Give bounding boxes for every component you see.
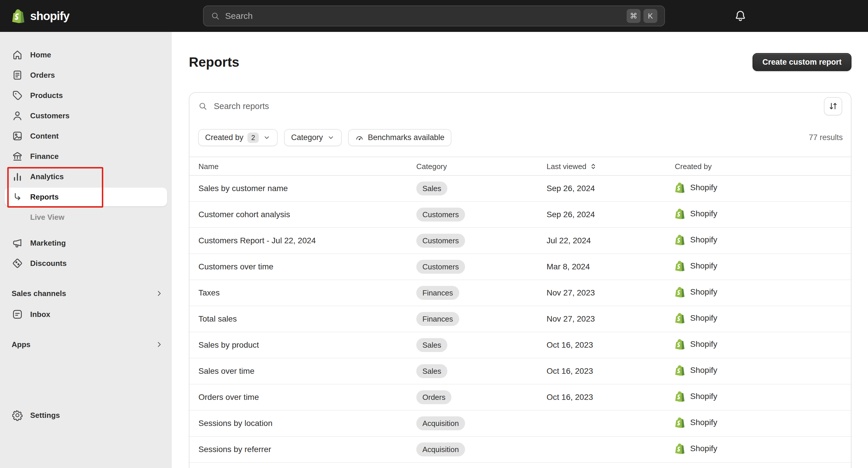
report-name-link[interactable]: Sessions by referrer	[198, 445, 271, 454]
sidebar-item-label: Products	[30, 91, 63, 100]
shopify-bag-icon	[675, 312, 686, 324]
shopify-bag-icon	[675, 208, 686, 219]
created-by-name: Shopify	[690, 444, 717, 453]
created-by-name: Shopify	[690, 366, 717, 375]
shopify-bag-icon	[675, 287, 686, 298]
report-name-link[interactable]: Customers Report - Jul 22, 2024	[198, 236, 316, 245]
sidebar-item-discounts[interactable]: Discounts	[5, 254, 167, 273]
table-row[interactable]: Sales by customer nameSalesSep 26, 2024S…	[189, 175, 851, 202]
sidebar-section-sales-channels[interactable]: Sales channels	[5, 288, 167, 299]
created-by: Shopify	[675, 234, 717, 245]
report-name-link[interactable]: Taxes	[198, 288, 220, 297]
table-row[interactable]: Customers over timeCustomersMar 8, 2024S…	[189, 254, 851, 280]
category-badge: Customers	[416, 260, 465, 274]
report-name-link[interactable]: Sessions by location	[198, 419, 272, 428]
sidebar-section-apps[interactable]: Apps	[5, 339, 167, 350]
chevron-down-icon	[327, 134, 335, 141]
sidebar-item-content[interactable]: Content	[5, 127, 167, 145]
last-viewed-date: Mar 8, 2024	[547, 262, 590, 271]
sidebar-item-label: Content	[30, 132, 59, 141]
column-header-created-by[interactable]: Created by	[666, 157, 851, 175]
report-name-link[interactable]: Orders over time	[198, 393, 259, 402]
shopify-bag-icon	[675, 260, 686, 271]
sidebar-item-label: Live View	[30, 213, 64, 222]
caret-updown-icon[interactable]	[589, 162, 597, 170]
sidebar-item-label: Marketing	[30, 239, 66, 247]
created-by: Shopify	[675, 391, 717, 402]
sidebar-item-label: Customers	[30, 111, 70, 120]
created-by-name: Shopify	[690, 418, 717, 427]
shopify-bag-icon	[11, 9, 26, 23]
sidebar-item-inbox[interactable]: Inbox	[5, 305, 167, 324]
products-icon	[11, 90, 23, 101]
table-row[interactable]: Sales by productSalesOct 16, 2023Shopify	[189, 332, 851, 358]
filter-chip-label: Created by	[205, 133, 243, 142]
last-viewed-date: Oct 16, 2023	[547, 367, 593, 375]
global-search[interactable]: ⌘ K	[203, 5, 665, 26]
global-search-input[interactable]	[225, 11, 621, 21]
created-by-name: Shopify	[690, 339, 717, 349]
report-name-link[interactable]: Sales by customer name	[198, 184, 288, 193]
report-name-link[interactable]: Sales over time	[198, 367, 254, 375]
chevron-down-icon	[263, 134, 271, 141]
table-row[interactable]: TaxesFinancesNov 27, 2023Shopify	[189, 280, 851, 306]
category-badge: Sales	[416, 181, 447, 195]
shopify-bag-icon	[675, 417, 686, 428]
search-icon	[211, 11, 220, 21]
sort-button[interactable]	[824, 97, 842, 115]
sidebar-item-live-view[interactable]: Live View	[5, 208, 167, 227]
category-badge: Customers	[416, 234, 465, 247]
home-icon	[11, 49, 23, 61]
table-row[interactable]: Customers Report - Jul 22, 2024Customers…	[189, 228, 851, 254]
report-name-link[interactable]: Total sales	[198, 314, 237, 323]
sidebar-item-marketing[interactable]: Marketing	[5, 234, 167, 252]
sidebar-item-label: Reports	[30, 193, 59, 202]
table-row[interactable]: Customer cohort analysisCustomersSep 26,…	[189, 202, 851, 228]
created-by: Shopify	[675, 443, 717, 454]
report-name-link[interactable]: Customer cohort analysis	[198, 210, 290, 219]
column-header-last-viewed[interactable]: Last viewed	[537, 157, 666, 175]
column-header-category[interactable]: Category	[407, 157, 537, 175]
sidebar-item-products[interactable]: Products	[5, 86, 167, 105]
sidebar-item-finance[interactable]: Finance	[5, 147, 167, 166]
shell: HomeOrdersProductsCustomersContentFinanc…	[0, 32, 868, 468]
table-row[interactable]: Sessions by locationAcquisitionShopify	[189, 410, 851, 436]
filter-chip-category[interactable]: Category	[284, 129, 342, 146]
sidebar-item-orders[interactable]: Orders	[5, 66, 167, 85]
column-header-label: Last viewed	[547, 162, 586, 170]
filter-chip-benchmarks-available[interactable]: Benchmarks available	[348, 129, 452, 146]
command-keycap: ⌘	[627, 9, 641, 23]
sidebar-item-label: Settings	[30, 411, 60, 420]
created-by: Shopify	[675, 312, 717, 324]
sidebar-item-settings[interactable]: Settings	[5, 406, 167, 425]
column-header-name[interactable]: Name	[189, 157, 407, 175]
last-viewed-date: Oct 16, 2023	[547, 340, 593, 349]
elbow-arrow-icon	[11, 191, 23, 203]
orders-icon	[11, 69, 23, 81]
created-by-name: Shopify	[690, 313, 717, 323]
table-row[interactable]: Sales over timeSalesOct 16, 2023Shopify	[189, 358, 851, 384]
sidebar-item-reports[interactable]: Reports	[5, 188, 167, 206]
report-name-link[interactable]: Customers over time	[198, 262, 273, 271]
shopify-bag-icon	[675, 443, 686, 454]
shopify-logo[interactable]: shopify	[11, 0, 69, 32]
table-body: Sales by customer nameSalesSep 26, 2024S…	[189, 175, 851, 463]
shopify-bag-icon	[675, 365, 686, 376]
filter-chip-created-by[interactable]: Created by2	[198, 129, 278, 146]
created-by: Shopify	[675, 208, 717, 219]
category-badge: Customers	[416, 208, 465, 222]
reports-search-input[interactable]	[214, 101, 817, 111]
sidebar-item-home[interactable]: Home	[5, 45, 167, 64]
report-name-link[interactable]: Sales by product	[198, 340, 259, 349]
sidebar-item-analytics[interactable]: Analytics	[5, 167, 167, 186]
created-by: Shopify	[675, 365, 717, 376]
notifications-bell-icon[interactable]	[734, 9, 747, 22]
category-badge: Orders	[416, 390, 452, 404]
last-viewed-date: Sep 26, 2024	[547, 184, 595, 193]
table-row[interactable]: Total salesFinancesNov 27, 2023Shopify	[189, 306, 851, 332]
table-row[interactable]: Orders over timeOrdersOct 16, 2023Shopif…	[189, 384, 851, 410]
sidebar-item-customers[interactable]: Customers	[5, 106, 167, 125]
shopify-bag-icon	[675, 234, 686, 245]
create-custom-report-button[interactable]: Create custom report	[752, 53, 851, 71]
table-row[interactable]: Sessions by referrerAcquisitionShopify	[189, 436, 851, 463]
